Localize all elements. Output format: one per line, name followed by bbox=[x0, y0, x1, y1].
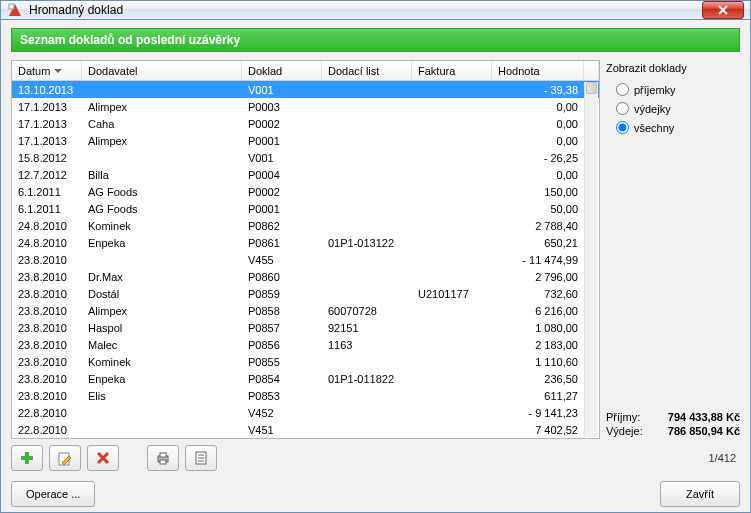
zavrit-button[interactable]: Zavřít bbox=[660, 481, 740, 507]
cell-faktura bbox=[412, 259, 492, 261]
cell-datum: 13.10.2013 bbox=[12, 83, 82, 97]
cell-doklad: P0862 bbox=[242, 219, 322, 233]
cell-faktura bbox=[412, 361, 492, 363]
radio-vsechny[interactable]: všechny bbox=[616, 121, 740, 134]
table-row[interactable]: 23.8.2010KominekP08551 110,60 bbox=[12, 353, 599, 370]
cell-datum: 24.8.2010 bbox=[12, 219, 82, 233]
cell-dodavatel: Dr.Max bbox=[82, 270, 242, 284]
col-doklad[interactable]: Doklad bbox=[242, 61, 322, 80]
banner: Seznam dokladů od poslední uzávěrky bbox=[11, 28, 740, 52]
cell-hodnota: 1 080,00 bbox=[492, 321, 584, 335]
table-row[interactable]: 24.8.2010EnpekaP086101P1-013122650,21 bbox=[12, 234, 599, 251]
cell-doklad: P0003 bbox=[242, 100, 322, 114]
totals-vydeje-label: Výdeje: bbox=[606, 425, 643, 437]
cell-dodaci: 1163 bbox=[322, 338, 412, 352]
table-row[interactable]: 15.8.2012V001- 26,25 bbox=[12, 149, 599, 166]
cell-doklad: P0002 bbox=[242, 185, 322, 199]
cell-faktura bbox=[412, 106, 492, 108]
cell-hodnota: - 26,25 bbox=[492, 151, 584, 165]
table-row[interactable]: 23.8.2010ElisP0853611,27 bbox=[12, 387, 599, 404]
table-row[interactable]: 6.1.2011AG FoodsP000150,00 bbox=[12, 200, 599, 217]
cell-faktura bbox=[412, 123, 492, 125]
table-body[interactable]: 13.10.2013V001- 39,3817.1.2013AlimpexP00… bbox=[12, 81, 599, 438]
print-icon bbox=[155, 450, 171, 466]
cell-hodnota: 1 110,60 bbox=[492, 355, 584, 369]
table-row[interactable]: 17.1.2013AlimpexP00030,00 bbox=[12, 98, 599, 115]
cell-dodavatel: Enpeka bbox=[82, 372, 242, 386]
table-row[interactable]: 23.8.2010EnpekaP085401P1-011822236,50 bbox=[12, 370, 599, 387]
cell-faktura bbox=[412, 395, 492, 397]
cell-faktura bbox=[412, 191, 492, 193]
cell-dodaci bbox=[322, 395, 412, 397]
col-hodnota[interactable]: Hodnota bbox=[492, 61, 584, 80]
cell-hodnota: 7 402,52 bbox=[492, 423, 584, 437]
table-row[interactable]: 23.8.2010DostálP0859U2101177732,60 bbox=[12, 285, 599, 302]
table-row[interactable]: 22.8.2010V4517 402,52 bbox=[12, 421, 599, 438]
table-row[interactable]: 13.10.2013V001- 39,38 bbox=[12, 81, 599, 98]
cell-dodavatel: Alimpex bbox=[82, 134, 242, 148]
add-icon bbox=[19, 450, 35, 466]
table-row[interactable]: 24.8.2010KominekP08622 788,40 bbox=[12, 217, 599, 234]
cell-dodavatel: Dostál bbox=[82, 287, 242, 301]
cell-faktura bbox=[412, 89, 492, 91]
radio-vydejky-input[interactable] bbox=[616, 102, 629, 115]
cell-datum: 23.8.2010 bbox=[12, 355, 82, 369]
list-button[interactable] bbox=[185, 445, 217, 471]
radio-prijemky[interactable]: příjemky bbox=[616, 83, 740, 96]
table-row[interactable]: 17.1.2013CahaP00020,00 bbox=[12, 115, 599, 132]
cell-datum: 23.8.2010 bbox=[12, 338, 82, 352]
cell-dodavatel: AG Foods bbox=[82, 185, 242, 199]
col-datum[interactable]: Datum bbox=[12, 61, 82, 80]
cell-dodavatel: Enpeka bbox=[82, 236, 242, 250]
cell-doklad: P0001 bbox=[242, 134, 322, 148]
operace-button[interactable]: Operace ... bbox=[11, 481, 95, 507]
cell-faktura bbox=[412, 276, 492, 278]
col-dodaci[interactable]: Dodací list bbox=[322, 61, 412, 80]
close-button[interactable] bbox=[702, 1, 744, 19]
cell-doklad: P0854 bbox=[242, 372, 322, 386]
table-row[interactable]: 23.8.2010HaspolP0857921511 080,00 bbox=[12, 319, 599, 336]
col-faktura[interactable]: Faktura bbox=[412, 61, 492, 80]
cell-hodnota: 0,00 bbox=[492, 168, 584, 182]
add-button[interactable] bbox=[11, 445, 43, 471]
cell-datum: 23.8.2010 bbox=[12, 287, 82, 301]
table-row[interactable]: 22.8.2010V452- 9 141,23 bbox=[12, 404, 599, 421]
cell-faktura: U2101177 bbox=[412, 287, 492, 301]
cell-doklad: P0861 bbox=[242, 236, 322, 250]
radio-vydejky[interactable]: výdejky bbox=[616, 102, 740, 115]
col-dodavatel[interactable]: Dodavatel bbox=[82, 61, 242, 80]
print-button[interactable] bbox=[147, 445, 179, 471]
totals-prijmy-label: Příjmy: bbox=[606, 411, 640, 423]
table-row[interactable]: 12.7.2012BillaP00040,00 bbox=[12, 166, 599, 183]
table-row[interactable]: 17.1.2013AlimpexP00010,00 bbox=[12, 132, 599, 149]
table-row[interactable]: 23.8.2010MalecP085611632 183,00 bbox=[12, 336, 599, 353]
cell-hodnota: 0,00 bbox=[492, 100, 584, 114]
edit-button[interactable] bbox=[49, 445, 81, 471]
totals-vydeje-value: 786 850,94 Kč bbox=[668, 425, 740, 437]
dialog-window: Hromadný doklad Seznam dokladů od posled… bbox=[0, 0, 751, 513]
cell-hodnota: - 39,38 bbox=[492, 83, 584, 97]
table-row[interactable]: 23.8.2010Dr.MaxP08602 796,00 bbox=[12, 268, 599, 285]
cell-doklad: P0855 bbox=[242, 355, 322, 369]
cell-doklad: V001 bbox=[242, 151, 322, 165]
table-row[interactable]: 6.1.2011AG FoodsP0002150,00 bbox=[12, 183, 599, 200]
cell-datum: 17.1.2013 bbox=[12, 117, 82, 131]
cell-dodavatel bbox=[82, 412, 242, 414]
radio-prijemky-input[interactable] bbox=[616, 83, 629, 96]
cell-doklad: P0002 bbox=[242, 117, 322, 131]
radio-vsechny-input[interactable] bbox=[616, 121, 629, 134]
table-row[interactable]: 23.8.2010AlimpexP0858600707286 216,00 bbox=[12, 302, 599, 319]
cell-dodaci bbox=[322, 140, 412, 142]
table-row[interactable]: 23.8.2010V455- 11 474,99 bbox=[12, 251, 599, 268]
svg-rect-1 bbox=[9, 4, 14, 9]
cell-faktura bbox=[412, 344, 492, 346]
radio-vydejky-label: výdejky bbox=[634, 103, 671, 115]
cell-dodavatel: Elis bbox=[82, 389, 242, 403]
cell-doklad: P0856 bbox=[242, 338, 322, 352]
delete-button[interactable] bbox=[87, 445, 119, 471]
scrollbar-thumb[interactable] bbox=[586, 82, 597, 94]
scrollbar[interactable] bbox=[584, 82, 598, 437]
totals-vydeje: Výdeje: 786 850,94 Kč bbox=[606, 425, 740, 437]
cell-dodaci bbox=[322, 276, 412, 278]
footer-spacer bbox=[101, 481, 654, 507]
